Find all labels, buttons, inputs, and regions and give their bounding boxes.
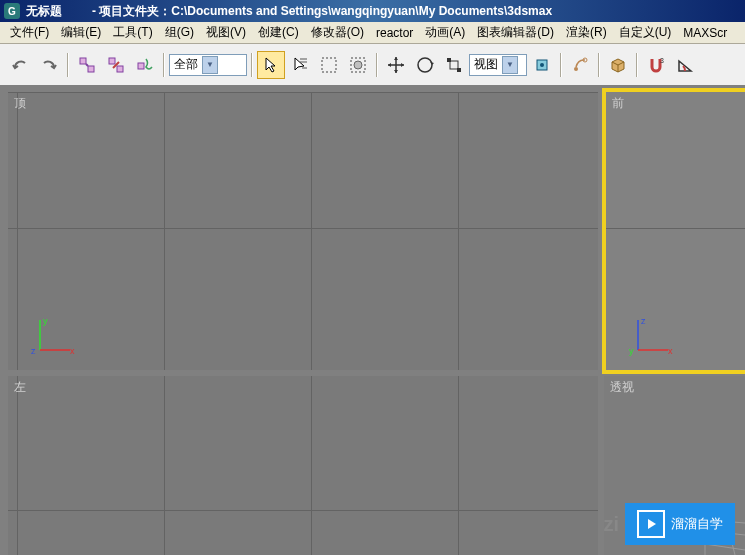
pivot-button[interactable]	[528, 51, 556, 79]
watermark-brand: 溜溜自学	[671, 515, 723, 533]
redo-icon	[39, 55, 59, 75]
crossing-icon	[348, 55, 368, 75]
svg-text:z: z	[641, 316, 646, 326]
watermark: zi 溜溜自学	[603, 503, 735, 545]
pivot-icon	[532, 55, 552, 75]
svg-rect-1	[88, 66, 94, 72]
redo-button[interactable]	[35, 51, 63, 79]
toolbar-separator	[376, 53, 378, 77]
app-icon: G	[4, 3, 20, 19]
spacewarp-icon	[135, 55, 155, 75]
main-toolbar: 全部 ▼ 视图 ▼ 3	[0, 44, 745, 86]
list-icon	[290, 55, 310, 75]
unlink-button[interactable]	[102, 51, 130, 79]
toolbar-separator	[598, 53, 600, 77]
watermark-badge: 溜溜自学	[625, 503, 735, 545]
menu-reactor[interactable]: reactor	[370, 24, 419, 42]
menu-bar: 文件(F) 编辑(E) 工具(T) 组(G) 视图(V) 创建(C) 修改器(O…	[0, 22, 745, 44]
reference-coordinate-dropdown[interactable]: 视图 ▼	[469, 54, 527, 76]
angle-snap-button[interactable]	[671, 51, 699, 79]
cursor-icon	[261, 55, 281, 75]
svg-rect-0	[80, 58, 86, 64]
snap-3d-button[interactable]: 3	[642, 51, 670, 79]
scale-icon	[444, 55, 464, 75]
grid-line	[164, 92, 165, 370]
grid-line	[8, 92, 598, 93]
play-icon	[637, 510, 665, 538]
manipulate-button[interactable]	[566, 51, 594, 79]
title-project-prefix: - 项目文件夹：	[92, 3, 171, 20]
svg-rect-16	[457, 68, 461, 72]
link-icon	[77, 55, 97, 75]
undo-icon	[10, 55, 30, 75]
svg-text:x: x	[668, 346, 673, 356]
menu-create[interactable]: 创建(C)	[252, 22, 305, 43]
select-region-rect-button[interactable]	[315, 51, 343, 79]
undo-button[interactable]	[6, 51, 34, 79]
svg-point-13	[418, 58, 432, 72]
keymode-button[interactable]	[604, 51, 632, 79]
selection-filter-dropdown[interactable]: 全部 ▼	[169, 54, 247, 76]
chevron-down-icon: ▼	[202, 56, 218, 74]
menu-render[interactable]: 渲染(R)	[560, 22, 613, 43]
menu-group[interactable]: 组(G)	[159, 22, 200, 43]
menu-file[interactable]: 文件(F)	[4, 22, 55, 43]
reference-coordinate-value: 视图	[474, 56, 498, 73]
move-button[interactable]	[382, 51, 410, 79]
svg-rect-10	[322, 58, 336, 72]
viewport-area: 顶 y x z 前 z x y 左	[0, 86, 745, 555]
toolbar-separator	[560, 53, 562, 77]
title-project-path: C:\Documents and Settings\wangqingyuan\M…	[171, 4, 552, 18]
bind-spacewarp-button[interactable]	[131, 51, 159, 79]
axis-gizmo-front: z x y	[626, 310, 676, 360]
watermark-sub: zi	[603, 513, 619, 536]
rect-select-icon	[319, 55, 339, 75]
chevron-down-icon: ▼	[502, 56, 518, 74]
menu-maxscript[interactable]: MAXScr	[677, 24, 733, 42]
svg-point-19	[574, 67, 578, 71]
window-crossing-button[interactable]	[344, 51, 372, 79]
menu-graph[interactable]: 图表编辑器(D)	[471, 22, 560, 43]
svg-rect-3	[109, 58, 115, 64]
svg-point-18	[540, 63, 544, 67]
svg-line-2	[86, 64, 88, 66]
grid-line	[17, 376, 18, 555]
grid-line	[311, 92, 312, 370]
title-document: 无标题	[26, 3, 62, 20]
grid-line	[606, 228, 745, 229]
svg-text:3: 3	[660, 57, 664, 64]
grid-line	[17, 92, 18, 370]
manipulate-icon	[570, 55, 590, 75]
grid-line	[8, 510, 598, 511]
viewport-left[interactable]: 左	[8, 376, 598, 555]
viewport-front[interactable]: 前 z x y	[606, 92, 745, 370]
menu-edit[interactable]: 编辑(E)	[55, 22, 107, 43]
menu-custom[interactable]: 自定义(U)	[613, 22, 678, 43]
svg-text:x: x	[70, 346, 75, 356]
viewport-top[interactable]: 顶 y x z	[8, 92, 598, 370]
toolbar-separator	[163, 53, 165, 77]
unlink-icon	[106, 55, 126, 75]
svg-text:y: y	[629, 346, 634, 356]
menu-modify[interactable]: 修改器(O)	[305, 22, 370, 43]
svg-rect-6	[138, 63, 144, 69]
select-by-name-button[interactable]	[286, 51, 314, 79]
scale-button[interactable]	[440, 51, 468, 79]
toolbar-separator	[251, 53, 253, 77]
rotate-icon	[415, 55, 435, 75]
grid-line	[164, 376, 165, 555]
menu-tool[interactable]: 工具(T)	[107, 22, 158, 43]
svg-point-12	[354, 61, 362, 69]
menu-anim[interactable]: 动画(A)	[419, 22, 471, 43]
menu-view[interactable]: 视图(V)	[200, 22, 252, 43]
svg-rect-15	[447, 58, 451, 62]
grid-line	[458, 376, 459, 555]
svg-text:z: z	[31, 346, 36, 356]
link-button[interactable]	[73, 51, 101, 79]
axis-gizmo-top: y x z	[28, 310, 78, 360]
toolbar-separator	[67, 53, 69, 77]
select-object-button[interactable]	[257, 51, 285, 79]
rotate-button[interactable]	[411, 51, 439, 79]
toolbar-separator	[636, 53, 638, 77]
grid-line	[311, 376, 312, 555]
